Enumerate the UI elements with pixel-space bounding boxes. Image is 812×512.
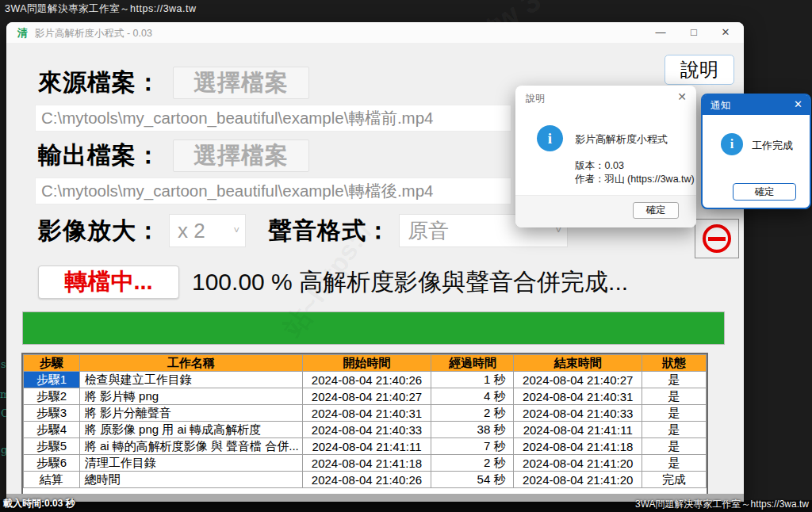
cell-start: 2024-08-04 21:41:18 [302, 455, 431, 472]
cell-start: 2024-08-04 21:41:11 [302, 438, 431, 455]
output-file-label: 輸出檔案： [38, 139, 161, 172]
cell-end: 2024-08-04 21:41:20 [514, 455, 642, 472]
col-start-time: 開始時間 [302, 355, 431, 372]
audio-format-label: 聲音格式： [268, 215, 391, 247]
cell-task: 將 影片轉 png [79, 388, 302, 405]
about-ok-button[interactable]: 確定 [633, 202, 679, 219]
table-row[interactable]: 步驟2 將 影片轉 png 2024-08-04 21:40:27 4 秒 20… [24, 388, 707, 405]
window-title: 影片高解析度小程式 - 0.03 [35, 27, 152, 40]
cell-task: 將 原影像 png 用 ai 轉成高解析度 [79, 422, 302, 438]
scale-select[interactable]: x 2 ˅ [169, 214, 246, 247]
audio-format-value: 原音 [408, 217, 449, 245]
notify-dialog: 通知 ✕ i 工作完成 確定 [701, 94, 811, 209]
table-row[interactable]: 步驟6 清理工作目錄 2024-08-04 21:41:18 2 秒 2024-… [24, 455, 707, 472]
about-app-name: 影片高解析度小程式 [575, 132, 668, 147]
table-row[interactable]: 步驟3 將 影片分離聲音 2024-08-04 21:40:31 2 秒 202… [24, 405, 707, 422]
about-author: 作者：羽山 (https://3wa.tw) [575, 173, 695, 186]
cell-elapsed: 2 秒 [431, 455, 514, 472]
source-choose-button[interactable]: 選擇檔案 [173, 67, 309, 99]
cell-elapsed: 54 秒 [431, 472, 514, 488]
table-row[interactable]: 結算 總時間 2024-08-04 21:40:26 54 秒 2024-08-… [24, 472, 707, 488]
cell-step: 步驟5 [24, 438, 80, 455]
cell-start: 2024-08-04 21:40:31 [302, 405, 431, 422]
close-button[interactable]: ✕ [715, 26, 736, 38]
cell-end: 2024-08-04 21:40:27 [514, 372, 642, 388]
cell-elapsed: 4 秒 [431, 388, 514, 405]
cell-step: 步驟3 [24, 405, 80, 422]
cell-elapsed: 2 秒 [431, 405, 514, 422]
table-row[interactable]: 步驟4 將 原影像 png 用 ai 轉成高解析度 2024-08-04 21:… [24, 422, 707, 438]
notify-message: 工作完成 [752, 139, 793, 153]
cell-elapsed: 7 秒 [431, 438, 514, 455]
cell-task: 將 影片分離聲音 [79, 405, 302, 422]
cell-start: 2024-08-04 21:40:27 [302, 388, 431, 405]
cell-status: 是 [642, 438, 707, 455]
col-task-name: 工作名稱 [79, 355, 302, 372]
about-dialog: 說明 ✕ i 影片高解析度小程式 版本：0.03 作者：羽山 (https://… [515, 86, 696, 227]
window-bottom-strip [6, 494, 744, 502]
source-file-label: 來源檔案： [38, 67, 161, 99]
output-choose-button[interactable]: 選擇檔案 [173, 139, 309, 172]
cell-status: 是 [642, 388, 707, 405]
notify-ok-button[interactable]: 確定 [733, 183, 796, 201]
table-row[interactable]: 步驟1 檢查與建立工作目錄 2024-08-04 21:40:26 1 秒 20… [24, 372, 707, 388]
cell-step: 步驟1 [24, 372, 80, 388]
cell-status: 是 [642, 405, 707, 422]
minimize-button[interactable]: — [650, 26, 671, 38]
cell-task: 總時間 [79, 472, 302, 488]
prohibition-icon [703, 224, 731, 253]
cell-start: 2024-08-04 21:40:26 [302, 372, 431, 388]
window-titlebar[interactable]: 清 影片高解析度小程式 - 0.03 — □ ✕ [6, 22, 744, 43]
scale-label: 影像放大： [38, 215, 161, 247]
output-path-input[interactable] [35, 178, 511, 204]
cell-task: 清理工作目錄 [79, 455, 302, 472]
col-end-time: 結束時間 [514, 355, 642, 372]
cell-end: 2024-08-04 21:41:20 [514, 472, 642, 488]
cell-end: 2024-08-04 21:40:31 [514, 388, 642, 405]
source-path-input[interactable] [35, 105, 511, 132]
stop-button[interactable] [695, 219, 739, 258]
progress-status-text: 100.00 % 高解析度影像與聲音合併完成... [192, 266, 628, 299]
cell-end: 2024-08-04 21:41:18 [514, 438, 642, 455]
chevron-down-icon: ˅ [233, 224, 239, 236]
col-status: 狀態 [642, 355, 707, 372]
cell-end: 2024-08-04 21:40:33 [514, 405, 642, 422]
maximize-button[interactable]: □ [684, 26, 704, 38]
help-button[interactable]: 說明 [665, 55, 734, 85]
desktop: 3WA問題解決專家工作室～https://3wa.tw tw 3 站~https… [0, 0, 812, 512]
cell-status: 是 [642, 422, 707, 438]
cell-step: 步驟6 [24, 455, 80, 472]
cell-status: 完成 [642, 472, 707, 488]
cell-elapsed: 1 秒 [431, 372, 514, 388]
cell-step: 結算 [24, 472, 80, 488]
close-icon[interactable]: ✕ [677, 90, 687, 103]
col-elapsed: 經過時間 [431, 355, 514, 372]
about-dialog-title: 說明 [526, 92, 545, 105]
job-table: 步驟 工作名稱 開始時間 經過時間 結束時間 狀態 步驟1 檢查與建立工作目錄 … [21, 353, 708, 496]
close-icon[interactable]: ✕ [794, 98, 802, 110]
load-time-status: 載入時間:0.03 秒 [3, 497, 75, 510]
cell-end: 2024-08-04 21:41:11 [514, 422, 642, 438]
cell-step: 步驟4 [24, 422, 80, 438]
cell-task: 將 ai 轉的高解析度影像 與 聲音檔 合併... [79, 438, 302, 455]
console-char: s [1, 358, 6, 370]
desktop-top-caption: 3WA問題解決專家工作室～https://3wa.tw [5, 2, 197, 16]
info-icon: i [537, 125, 563, 151]
converting-button[interactable]: 轉檔中... [38, 266, 179, 299]
desktop-bottom-caption: 3WA問題解決專家工作室～https://3wa.tw [635, 498, 809, 511]
cell-step: 步驟2 [24, 388, 80, 405]
about-version: 版本：0.03 [575, 159, 624, 173]
info-icon: i [721, 133, 743, 155]
cell-task: 檢查與建立工作目錄 [79, 372, 302, 388]
scale-value: x 2 [178, 219, 205, 243]
table-row[interactable]: 步驟5 將 ai 轉的高解析度影像 與 聲音檔 合併... 2024-08-04… [24, 438, 707, 455]
progress-bar-fill [23, 312, 724, 344]
progress-bar [22, 311, 725, 345]
cell-status: 是 [642, 455, 707, 472]
cell-elapsed: 38 秒 [431, 422, 514, 438]
app-icon: 清 [17, 26, 28, 40]
cell-start: 2024-08-04 21:40:33 [302, 422, 431, 438]
cell-start: 2024-08-04 21:40:26 [302, 472, 431, 488]
col-step: 步驟 [24, 355, 80, 372]
notify-dialog-title: 通知 [710, 99, 730, 113]
